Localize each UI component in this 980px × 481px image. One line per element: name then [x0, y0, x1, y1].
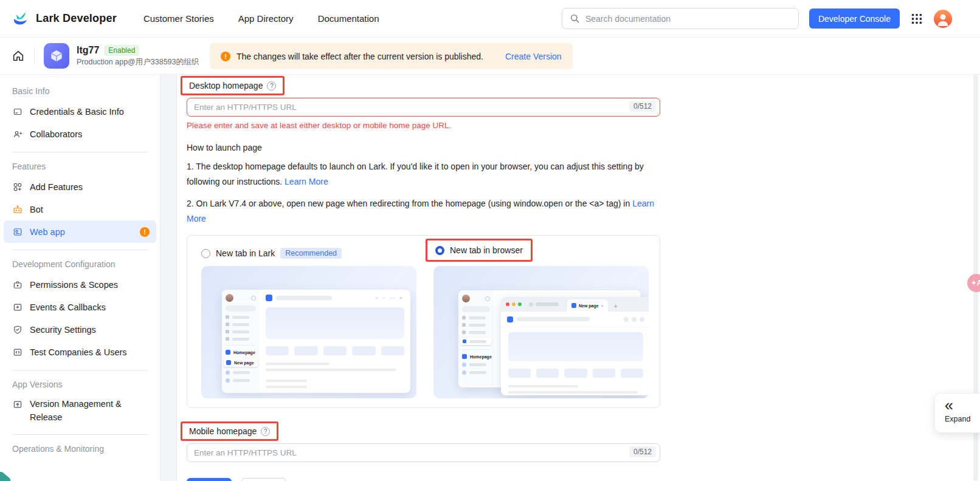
desktop-url-input[interactable]: [187, 98, 660, 117]
launch-options-panel: New tab in Lark Recommended New tab in b…: [187, 235, 660, 408]
option-label: New tab in browser: [450, 245, 523, 255]
sidebar-item-add-features[interactable]: Add Features: [4, 176, 156, 198]
sidebar-item-label: Permissions & Scopes: [30, 280, 118, 290]
radio-selected[interactable]: [435, 246, 444, 255]
divider: [12, 152, 148, 152]
mini-url-bar: [501, 312, 649, 327]
bot-icon: [12, 204, 23, 215]
sidebar-item-test-companies[interactable]: Test Companies & Users: [4, 341, 156, 363]
mini-homepage-item: Homepage: [226, 350, 256, 355]
alert-badge: !: [140, 227, 150, 237]
briefcase-icon: [12, 279, 23, 290]
person-plus-icon: [12, 129, 23, 140]
divider: [12, 250, 148, 250]
lark-developer-console-page: Lark Developer Customer Stories App Dire…: [0, 0, 980, 481]
event-icon: [12, 302, 23, 313]
mini-avatar: [226, 294, 233, 302]
radio-unselected[interactable]: [201, 249, 210, 258]
brand[interactable]: Lark Developer: [12, 10, 117, 27]
sidebar-gutter[interactable]: [160, 75, 177, 481]
search-input[interactable]: [585, 14, 791, 24]
user-avatar[interactable]: [934, 10, 952, 28]
recommended-badge: Recommended: [280, 248, 342, 259]
desktop-url-field: 0/512: [187, 98, 660, 117]
char-counter: 0/512: [629, 446, 656, 457]
expand-label: Expand: [945, 415, 980, 423]
mobile-homepage-label-annotation: Mobile homepage ?: [181, 421, 278, 441]
sidebar-item-permissions[interactable]: Permissions & Scopes: [4, 273, 156, 296]
mini-lark-window: Homepage New page ○ ▫ ⋯ ×: [222, 290, 410, 393]
section-dev-config: Development Configuration: [12, 259, 148, 269]
sidebar-item-web-app[interactable]: Web app !: [4, 220, 156, 243]
publish-warning-banner: ! The changes will take effect after the…: [210, 43, 573, 69]
app-header-bar: ltg77 Enabled Production app@用户338593的组织…: [0, 38, 980, 75]
option-label: New tab in Lark: [216, 248, 275, 258]
mini-tab-bar: New page× +: [501, 297, 649, 312]
divider: [12, 434, 148, 435]
app-subtitle: Production app@用户338593的组织: [77, 57, 199, 67]
collapse-chevrons-icon: «: [945, 397, 980, 413]
preview-illustration-lark: Homepage New page ○ ▫ ⋯ ×: [201, 266, 416, 398]
nav-customer-stories[interactable]: Customer Stories: [143, 13, 214, 24]
section-basic-info: Basic Info: [12, 86, 148, 96]
mini-homepage-item: Homepage: [462, 354, 490, 359]
sidebar-item-events[interactable]: Events & Callbacks: [4, 296, 156, 318]
help-icon[interactable]: ?: [267, 81, 276, 90]
char-counter: 0/512: [629, 101, 656, 112]
app-icon: [44, 43, 69, 69]
learn-more-link-1[interactable]: Learn More: [285, 177, 328, 186]
option-new-tab-in-lark[interactable]: New tab in Lark Recommended: [201, 248, 342, 259]
preview-cards: Homepage New page ○ ▫ ⋯ ×: [201, 266, 649, 398]
code-box-icon: [12, 347, 23, 358]
search-icon: [570, 13, 580, 24]
option-new-tab-in-browser[interactable]: New tab in browser: [426, 239, 533, 262]
status-badge: Enabled: [104, 45, 139, 56]
sidebar-item-security[interactable]: Security Settings: [4, 318, 156, 341]
nav-documentation[interactable]: Documentation: [318, 13, 379, 24]
sidebar-item-label: Test Companies & Users: [30, 347, 127, 357]
mobile-url-field: 0/512: [187, 443, 660, 462]
save-button[interactable]: Save: [187, 478, 232, 481]
sidebar-item-version-management[interactable]: Version Management & Release: [4, 394, 156, 428]
search-box[interactable]: [562, 8, 799, 29]
banner-text: The changes will take effect after the c…: [236, 52, 483, 61]
mini-gear-icon: [251, 296, 256, 301]
sidebar-item-collaborators[interactable]: Collaborators: [4, 123, 156, 145]
app-grid-icon[interactable]: [910, 12, 923, 26]
instruction-2: 2. On Lark V7.4 or above, open new page …: [187, 196, 658, 227]
nav-app-directory[interactable]: App Directory: [238, 13, 294, 24]
sidebar-item-label: Version Management & Release: [30, 397, 142, 424]
instruction-1: 1. The desktop homepage defaults to laun…: [187, 159, 658, 189]
mobile-url-input[interactable]: [187, 443, 660, 462]
sidebar-item-label: Bot: [30, 205, 43, 214]
mini-browser-window: New page× +: [501, 297, 649, 395]
app-name: ltg77: [77, 45, 99, 56]
validation-error: Please enter and save at least either de…: [187, 121, 980, 130]
help-icon[interactable]: ?: [261, 427, 270, 436]
instruction-2-text: 2. On Lark V7.4 or above, open new page …: [187, 199, 630, 208]
desktop-homepage-label-annotation: Desktop homepage ?: [181, 76, 285, 95]
sidebar-item-credentials[interactable]: Credentials & Basic Info: [4, 100, 156, 123]
lark-logo-icon: [12, 10, 30, 27]
mini-sidebar: Homepage: [458, 290, 494, 387]
top-navigation: Lark Developer Customer Stories App Dire…: [0, 0, 980, 38]
howto-title: How to launch page: [187, 143, 980, 152]
upload-box-icon: [12, 399, 23, 410]
sidebar-item-label: Security Settings: [30, 325, 96, 335]
shield-check-icon: [12, 324, 23, 335]
warning-icon: !: [221, 52, 230, 61]
grid-plus-icon: [12, 182, 23, 193]
sidebar-item-label: Web app: [30, 227, 65, 237]
section-operations: Operations & Monitoring: [12, 444, 148, 454]
brand-title: Lark Developer: [36, 12, 117, 25]
home-icon[interactable]: [12, 49, 25, 63]
developer-console-button[interactable]: Developer Console: [809, 9, 900, 29]
sidebar-item-bot[interactable]: Bot: [4, 198, 156, 220]
expand-panel-button[interactable]: « Expand: [934, 393, 980, 433]
mini-content: ○ ▫ ⋯ ×: [260, 290, 410, 393]
web-app-icon: [12, 227, 23, 237]
cancel-button[interactable]: Cancel: [241, 478, 286, 481]
create-version-link[interactable]: Create Version: [505, 52, 562, 61]
sidebar: Basic Info Credentials & Basic Info Coll…: [0, 75, 160, 481]
web-app-settings-content: Desktop homepage ? 0/512 Please enter an…: [177, 75, 980, 481]
